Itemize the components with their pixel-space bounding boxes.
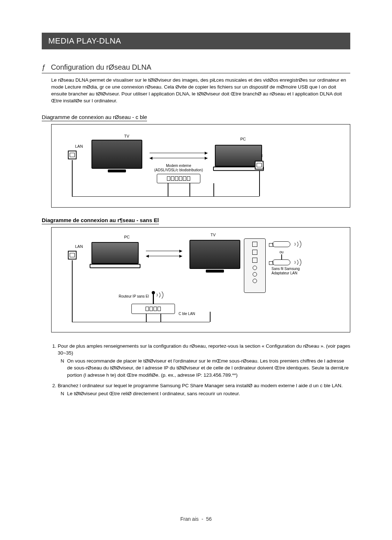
note-1-sub: N On vous recommande de placer le tØlØvi… xyxy=(61,357,350,379)
note-2-sub-marker: N xyxy=(61,390,64,397)
dongle-connector-line xyxy=(281,254,282,259)
lan-port-pc-cable-icon xyxy=(255,161,264,169)
cable-label-tv: TV xyxy=(124,134,129,138)
cable-label-lan-tv: LAN xyxy=(75,144,83,148)
router-antenna-icon xyxy=(153,293,154,304)
usb-dongle-top-icon xyxy=(272,241,290,247)
cable-arrow-top xyxy=(150,153,208,154)
tv-wifi-icon xyxy=(189,240,240,273)
diagram-cable-title: Diagramme de connexion au rØseau - c ble xyxy=(42,114,147,121)
laptop-wifi-icon xyxy=(91,242,139,269)
section-heading-text: Configuration du rØseau DLNA xyxy=(51,63,151,71)
note-1-sub-text: On vous recommande de placer le tØlØvise… xyxy=(67,357,350,379)
note-1-sub-marker: N xyxy=(61,357,64,379)
diagram-wifi-title: Diagramme de connexion au r¶seau - sans … xyxy=(42,217,159,224)
tv-back-panel-icon xyxy=(244,238,266,293)
section-bullet: ƒ xyxy=(42,63,46,71)
section-heading-row: ƒ Configuration du rØseau DLNA xyxy=(42,63,350,73)
wifi-arrow-bottom xyxy=(146,256,182,257)
dongle-wifi-waves-top-icon xyxy=(291,238,303,250)
wifi-label-adapter2: Adaptateur LAN xyxy=(271,271,297,275)
wifi-label-adapter1: Sans fil Samsung xyxy=(271,267,300,271)
diagram-cable-box: TV PC LAN LAN Modem externe (ADSL/VDSL/c… xyxy=(51,124,350,208)
tv-icon xyxy=(91,140,142,172)
note-item-2: Branchez l ordinateur sur lequel le prog… xyxy=(58,382,350,397)
wifi-label-tv: TV xyxy=(211,233,216,237)
page-footer: Fran ais - 56 xyxy=(0,516,392,522)
modem-icon xyxy=(157,174,200,183)
router-wifi-waves-icon xyxy=(153,289,165,301)
page-title-bar: MEDIA PLAY-DLNA xyxy=(42,33,350,49)
cable-label-modem-top: Modem externe xyxy=(153,164,204,168)
note-1-text: Pour de plus amples renseignements sur l… xyxy=(58,343,350,356)
wifi-label-lan-pc: LAN xyxy=(75,244,83,249)
router-icon xyxy=(131,304,175,314)
cable-label-modem-bottom: (ADSL/VDSL/c blodistribution) xyxy=(151,168,206,172)
lan-port-pc-wifi-icon xyxy=(68,251,77,259)
wifi-arrow-top xyxy=(146,251,182,251)
footer-lang: Fran ais xyxy=(180,516,199,522)
footer-page-number: 56 xyxy=(206,516,212,522)
cable-label-pc: PC xyxy=(240,137,246,141)
note-2-sub: N Le tØlØviseur peut Œtre reliØ directem… xyxy=(61,390,350,397)
cable-arrow-bottom xyxy=(150,158,208,159)
wifi-label-router: Routeur IP sans El xyxy=(119,294,149,298)
diagram-wifi-box: PC TV LAN Routeur IP sans El C ble LAN o… xyxy=(51,227,350,332)
note-2-text: Branchez l ordinateur sur lequel le prog… xyxy=(58,383,343,388)
wifi-label-lan-cable: C ble LAN xyxy=(179,312,195,316)
section-intro: Le rØseau DLNA permet de visualiser sur … xyxy=(51,77,350,105)
notes-block: Pour de plus amples renseignements sur l… xyxy=(42,343,350,397)
note-item-1: Pour de plus amples renseignements sur l… xyxy=(58,343,350,379)
footer-dash: - xyxy=(200,516,205,522)
note-2-sub-text: Le tØlØviseur peut Œtre reliØ directemen… xyxy=(67,390,240,397)
usb-dongle-bottom-icon xyxy=(272,259,290,265)
wifi-label-pc: PC xyxy=(124,235,130,239)
wifi-label-or: ou xyxy=(279,250,283,254)
page-title: MEDIA PLAY-DLNA xyxy=(48,36,121,45)
lan-port-tv-icon xyxy=(68,151,77,159)
